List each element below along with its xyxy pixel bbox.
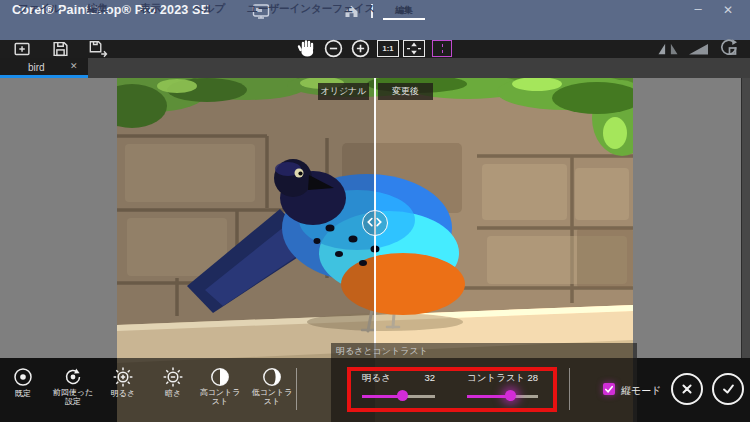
contrast-slider-fill	[467, 395, 510, 398]
preset-default-icon[interactable]	[12, 366, 34, 388]
cancel-button[interactable]	[671, 373, 703, 405]
document-tab-title: bird	[28, 62, 45, 73]
brightness-slider-fill	[362, 395, 402, 398]
after-label: 変更後	[378, 83, 433, 100]
quick-brightness-label: 明るさ	[99, 390, 147, 399]
menu-item-view[interactable]: 表示	[140, 2, 161, 16]
fit-window-icon[interactable]	[403, 40, 425, 57]
actual-size-button[interactable]: 1:1	[377, 40, 399, 57]
rotate-icon[interactable]	[717, 38, 739, 58]
split-view-icon[interactable]	[432, 40, 452, 57]
preset-last-used-label: 前回使った設定	[49, 389, 97, 406]
workspace-tab-underline	[383, 18, 425, 20]
brightness-slider-thumb[interactable]	[397, 390, 408, 401]
flip-vertical-icon[interactable]	[687, 40, 710, 57]
separator-right	[569, 368, 570, 410]
new-image-icon[interactable]	[12, 39, 33, 59]
separator-left	[296, 368, 297, 410]
quick-high-contrast-label: 高コントラスト	[196, 389, 244, 406]
toolbar	[0, 40, 750, 58]
menubar	[0, 22, 750, 40]
save-icon[interactable]	[50, 39, 71, 59]
quick-brightness-icon[interactable]	[112, 366, 134, 388]
document-tabbar	[0, 58, 750, 78]
quick-darkness-label: 暗さ	[149, 390, 197, 399]
zoom-in-icon[interactable]	[350, 38, 371, 59]
quick-low-contrast-icon[interactable]	[261, 366, 283, 388]
quick-high-contrast-icon[interactable]	[209, 366, 231, 388]
preset-default-label: 既定	[0, 390, 47, 399]
quick-low-contrast-label: 低コントラスト	[248, 389, 296, 406]
apply-button[interactable]	[712, 373, 744, 405]
contrast-slider-thumb[interactable]	[505, 390, 516, 401]
split-handle[interactable]	[362, 210, 388, 236]
before-label: オリジナル	[318, 83, 369, 100]
split-view-dash	[442, 44, 443, 53]
vertical-mode-label: 縦モード	[621, 384, 661, 398]
panel-title: 明るさとコントラスト	[336, 345, 428, 358]
menu-item-file[interactable]: ファイル	[18, 2, 61, 16]
preset-last-used-icon[interactable]	[62, 366, 84, 388]
quick-darkness-icon[interactable]	[162, 366, 184, 388]
brightness-value: 32	[410, 372, 435, 383]
flip-horizontal-icon[interactable]	[656, 39, 680, 58]
vertical-mode-checkbox[interactable]	[603, 383, 615, 395]
menu-item-user-interface[interactable]: ユーザーインターフェイス	[247, 2, 375, 16]
zoom-out-icon[interactable]	[323, 38, 344, 59]
save-as-icon[interactable]	[87, 39, 110, 59]
app-window: Corel® PaintShop® Pro 2023 SE 編集 – ✕ ファイ…	[0, 0, 750, 422]
workspace-tab-edit[interactable]: 編集	[383, 4, 425, 17]
pan-hand-icon[interactable]	[296, 37, 319, 58]
minimize-button[interactable]: –	[688, 0, 708, 20]
window-close-button[interactable]: ✕	[718, 0, 738, 20]
menu-item-edit[interactable]: 編集	[87, 2, 108, 16]
tab-close-icon[interactable]: ✕	[70, 61, 78, 71]
menu-item-help[interactable]: ヘルプ	[193, 2, 225, 16]
brightness-slider-label: 明るさ	[362, 372, 391, 385]
contrast-value: 28	[513, 372, 538, 383]
